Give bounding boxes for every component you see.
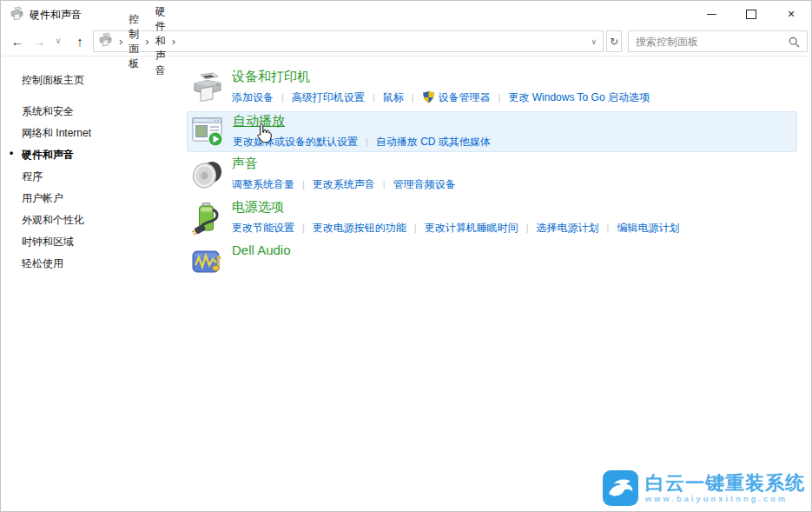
task-links-row: 更改节能设置|更改电源按钮的功能|更改计算机睡眠时间|选择电源计划|编辑电源计划 xyxy=(232,221,679,236)
maximize-button[interactable] xyxy=(731,1,771,27)
dell-audio-icon xyxy=(190,244,225,279)
task-link[interactable]: 调整系统音量 xyxy=(232,178,294,190)
task-link[interactable]: 添加设备 xyxy=(232,91,274,103)
task-link-label: 高级打印机设置 xyxy=(292,91,365,103)
sidebar-item-label: 外观和个性化 xyxy=(22,214,84,226)
category-title-link[interactable]: 设备和打印机 xyxy=(232,69,310,85)
task-link-label: 更改计算机睡眠时间 xyxy=(425,222,518,234)
task-link-label: 更改媒体或设备的默认设置 xyxy=(233,136,358,148)
sidebar-item[interactable]: •硬件和声音 xyxy=(1,144,183,166)
sidebar-item[interactable]: 系统和安全 xyxy=(1,101,183,123)
task-link-label: 编辑电源计划 xyxy=(617,222,679,234)
close-icon: × xyxy=(788,8,795,20)
sidebar-item-label: 程序 xyxy=(22,170,43,183)
minimize-button[interactable] xyxy=(691,1,731,27)
link-separator: | xyxy=(607,223,610,233)
forward-arrow-icon: → xyxy=(33,34,46,49)
task-link[interactable]: 更改媒体或设备的默认设置 xyxy=(233,136,358,148)
breadcrumb-separator-icon[interactable]: › xyxy=(172,35,175,48)
task-link[interactable]: 选择电源计划 xyxy=(537,222,599,234)
sidebar-item[interactable]: 轻松使用 xyxy=(1,253,183,275)
category-row: 电源选项更改节能设置|更改电源按钮的功能|更改计算机睡眠时间|选择电源计划|编辑… xyxy=(187,198,797,240)
minimize-icon xyxy=(707,14,716,15)
window-controls: × xyxy=(691,1,811,27)
task-link[interactable]: 编辑电源计划 xyxy=(617,222,679,234)
category-list: 设备和打印机添加设备|高级打印机设置|鼠标|设备管理器|更改 Windows T… xyxy=(183,56,811,511)
sidebar-item-label: 网络和 Internet xyxy=(22,127,91,139)
task-link[interactable]: 更改计算机睡眠时间 xyxy=(425,222,518,234)
chevron-down-icon: ∨ xyxy=(56,37,62,45)
breadcrumb-separator-icon: › xyxy=(145,35,149,48)
sidebar-item-label: 硬件和声音 xyxy=(22,149,74,161)
up-button[interactable]: ↑ xyxy=(69,27,90,55)
navigation-bar: ← → ∨ ↑ ›控制面板›硬件和声音› ∨ ↻ xyxy=(1,27,811,57)
task-link-label: 更改节能设置 xyxy=(232,222,294,234)
task-link-label: 添加设备 xyxy=(232,91,274,103)
sidebar-item[interactable]: 时钟和区域 xyxy=(1,231,183,253)
control-panel-location-icon xyxy=(98,32,113,50)
link-separator: | xyxy=(498,92,501,103)
uac-shield-icon xyxy=(422,90,435,103)
sidebar-item-label: 用户帐户 xyxy=(22,192,63,204)
task-link[interactable]: 更改系统声音 xyxy=(313,178,375,190)
sidebar-list: 系统和安全网络和 Internet•硬件和声音程序用户帐户外观和个性化时钟和区域… xyxy=(1,101,183,275)
forward-button[interactable]: → xyxy=(30,27,49,55)
titlebar: 硬件和声音 × xyxy=(1,1,811,27)
category-title-link[interactable]: 自动播放 xyxy=(233,113,285,130)
search-box xyxy=(628,30,808,52)
watermark-bird-logo-icon xyxy=(603,470,638,506)
address-bar[interactable]: ›控制面板›硬件和声音› ∨ xyxy=(93,30,604,52)
task-link-label: 更改 Windows To Go 启动选项 xyxy=(508,91,649,103)
task-link[interactable]: 管理音频设备 xyxy=(393,178,456,190)
sidebar-item[interactable]: 网络和 Internet xyxy=(1,123,183,144)
task-links-row: 调整系统音量|更改系统声音|管理音频设备 xyxy=(232,177,456,192)
task-link[interactable]: 自动播放 CD 或其他媒体 xyxy=(376,136,491,148)
link-separator: | xyxy=(383,179,386,190)
close-button[interactable]: × xyxy=(771,1,811,27)
category-row: 自动播放更改媒体或设备的默认设置|自动播放 CD 或其他媒体 xyxy=(187,111,797,152)
link-separator: | xyxy=(414,223,417,233)
category-title-link[interactable]: Dell Audio xyxy=(232,243,291,257)
sidebar-home-link[interactable]: 控制面板主页 xyxy=(22,70,183,91)
speaker-icon xyxy=(190,157,225,192)
category-title-link[interactable]: 电源选项 xyxy=(232,199,284,216)
task-link[interactable]: 更改电源按钮的功能 xyxy=(313,222,406,234)
watermark-title: 白云一键重装系统 xyxy=(645,473,805,493)
address-dropdown-icon[interactable]: ∨ xyxy=(591,37,598,46)
task-link[interactable]: 更改节能设置 xyxy=(232,222,294,234)
category-row: 声音调整系统音量|更改系统声音|管理音频设备 xyxy=(187,155,797,196)
breadcrumb-separator-icon: › xyxy=(119,35,122,48)
refresh-button[interactable]: ↻ xyxy=(606,30,622,52)
task-links-row: 添加设备|高级打印机设置|鼠标|设备管理器|更改 Windows To Go 启… xyxy=(232,90,650,105)
sidebar-item-label: 系统和安全 xyxy=(22,105,74,117)
back-button[interactable]: ← xyxy=(6,27,29,55)
task-link-label: 调整系统音量 xyxy=(232,178,294,190)
search-input[interactable] xyxy=(629,36,789,48)
sidebar-item-label: 时钟和区域 xyxy=(22,236,74,248)
task-link[interactable]: 更改 Windows To Go 启动选项 xyxy=(508,91,649,103)
history-dropdown-button[interactable]: ∨ xyxy=(50,27,66,55)
back-arrow-icon: ← xyxy=(11,34,24,49)
sidebar-item[interactable]: 用户帐户 xyxy=(1,188,183,209)
search-icon xyxy=(789,36,800,47)
task-link-label: 设备管理器 xyxy=(439,91,491,103)
task-link-label: 选择电源计划 xyxy=(537,222,599,234)
sidebar-item[interactable]: 外观和个性化 xyxy=(1,209,183,231)
breadcrumb: ›控制面板›硬件和声音› xyxy=(98,35,112,49)
task-link-label: 自动播放 CD 或其他媒体 xyxy=(376,136,491,148)
sidebar-item[interactable]: 程序 xyxy=(1,166,183,188)
maximize-icon xyxy=(746,10,756,19)
task-link-label: 管理音频设备 xyxy=(393,178,456,190)
printer-icon xyxy=(190,70,225,105)
power-icon xyxy=(190,201,225,236)
sidebar-item-label: 轻松使用 xyxy=(22,257,63,269)
watermark-url: www.baiyunxitong.com xyxy=(645,495,805,503)
task-link[interactable]: 高级打印机设置 xyxy=(292,91,365,103)
task-link[interactable]: 鼠标 xyxy=(383,91,404,103)
autoplay-icon xyxy=(191,115,226,150)
link-separator: | xyxy=(366,136,368,147)
refresh-icon: ↻ xyxy=(610,36,618,48)
category-title-link[interactable]: 声音 xyxy=(232,156,258,172)
task-link[interactable]: 设备管理器 xyxy=(422,91,491,103)
category-row: Dell Audio xyxy=(187,242,797,283)
